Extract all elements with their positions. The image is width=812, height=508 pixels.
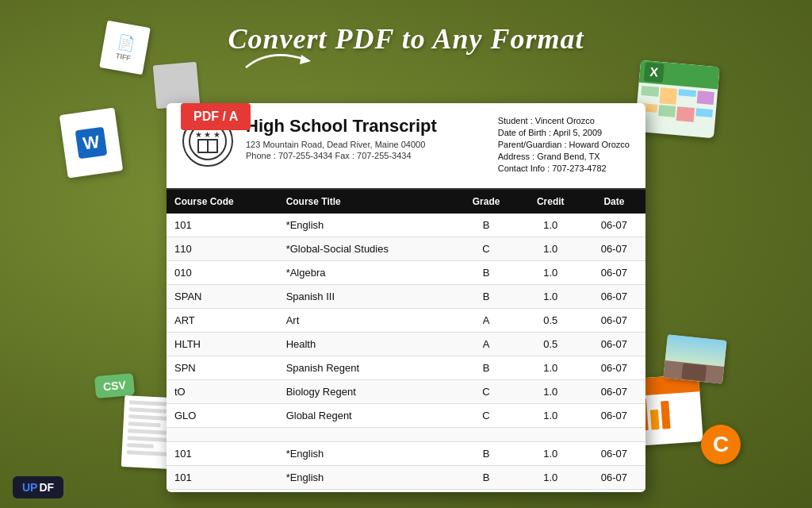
updf-up: UP bbox=[22, 481, 37, 494]
table-body: 101 *English B 1.0 06-07 110 *Global-Soc… bbox=[167, 214, 645, 490]
cell-credit: 1.0 bbox=[519, 214, 583, 237]
word-doc-icon: W bbox=[59, 108, 123, 179]
gray-square-icon bbox=[153, 62, 201, 110]
cell-date: 06-07 bbox=[583, 214, 645, 237]
cell-grade: A bbox=[454, 333, 518, 356]
cell-grade: B bbox=[454, 466, 518, 490]
cell-title: Spanish III bbox=[278, 285, 454, 309]
student-contact: Contact Info : 707-273-4782 bbox=[498, 164, 630, 173]
cell-date: 06-07 bbox=[583, 285, 645, 309]
excel-grid bbox=[635, 83, 718, 128]
cell-date: 06-07 bbox=[583, 442, 645, 466]
cell-credit: 1.0 bbox=[519, 237, 583, 261]
cell-title: Art bbox=[278, 309, 454, 333]
school-name: High School Transcript bbox=[246, 116, 485, 137]
table-row: 110 *Global-Social Studies C 1.0 06-07 bbox=[167, 237, 645, 261]
tiff-doc-icon: 📄 TIFF bbox=[99, 21, 151, 75]
table-row bbox=[167, 428, 645, 442]
cell-credit: 1.0 bbox=[519, 285, 583, 309]
cell-credit: 1.0 bbox=[519, 380, 583, 404]
cell-credit: 1.0 bbox=[519, 261, 583, 285]
updf-logo: UPDF bbox=[13, 476, 63, 498]
cell-code: 010 bbox=[167, 261, 278, 285]
cell-date: 06-07 bbox=[583, 309, 645, 333]
cell-code: 101 bbox=[167, 214, 278, 237]
table-row: SPN Spanish Regent B 1.0 06-07 bbox=[167, 356, 645, 380]
cell-date: 06-07 bbox=[583, 261, 645, 285]
table-row: 101 *English B 1.0 06-07 bbox=[167, 214, 645, 237]
cell-grade: B bbox=[454, 285, 518, 309]
cell-code: SPAN bbox=[167, 285, 278, 309]
col-credit: Credit bbox=[519, 190, 583, 214]
table-row: GLO Global Regent C 1.0 06-07 bbox=[167, 404, 645, 428]
excel-doc-icon: X bbox=[634, 60, 719, 138]
cell-code: HLTH bbox=[167, 333, 278, 356]
cell-title: *English bbox=[278, 442, 454, 466]
cell-grade: C bbox=[454, 237, 518, 261]
cell-credit: 1.0 bbox=[519, 466, 583, 490]
student-parent: Parent/Guardian : Howard Orozco bbox=[498, 140, 630, 149]
pdf-a-badge: PDF / A bbox=[181, 103, 251, 130]
table-row: 101 *English B 1.0 06-07 bbox=[167, 466, 645, 490]
table-header: Course Code Course Title Grade Credit Da… bbox=[167, 190, 645, 214]
cell-code: 101 bbox=[167, 466, 278, 490]
cell-grade: B bbox=[454, 442, 518, 466]
word-badge: W bbox=[75, 127, 108, 160]
cell-grade: B bbox=[454, 261, 518, 285]
cell-credit: 1.0 bbox=[519, 356, 583, 380]
svg-rect-6 bbox=[209, 140, 216, 152]
svg-marker-0 bbox=[300, 55, 311, 64]
cell-code: 101 bbox=[167, 442, 278, 466]
cell-title: *English bbox=[278, 466, 454, 490]
student-info: Student : Vincent Orozco Date of Birth :… bbox=[498, 116, 630, 175]
table-row: 010 *Algebra B 1.0 06-07 bbox=[167, 261, 645, 285]
student-dob: Date of Birth : April 5, 2009 bbox=[498, 128, 630, 137]
cell-date: 06-07 bbox=[583, 466, 645, 490]
cell-title: Global Regent bbox=[278, 404, 454, 428]
col-title: Course Title bbox=[278, 190, 454, 214]
cell-title: Spanish Regent bbox=[278, 356, 454, 380]
cell-code: tO bbox=[167, 380, 278, 404]
cell-date: 06-07 bbox=[583, 380, 645, 404]
updf-df: DF bbox=[39, 481, 54, 494]
cell-date: 06-07 bbox=[583, 237, 645, 261]
cell-code: SPN bbox=[167, 356, 278, 380]
cell-grade: B bbox=[454, 356, 518, 380]
photo-icon bbox=[663, 334, 726, 384]
cell-title: *English bbox=[278, 214, 454, 237]
school-phone: Phone : 707-255-3434 Fax : 707-255-3434 bbox=[246, 151, 485, 160]
school-address: 123 Mountain Road, Dead River, Maine 040… bbox=[246, 140, 485, 149]
cell-grade: A bbox=[454, 309, 518, 333]
cell-grade: C bbox=[454, 404, 518, 428]
cell-title: Biology Regent bbox=[278, 380, 454, 404]
table-row: HLTH Health A 0.5 06-07 bbox=[167, 333, 645, 356]
table-row: 101 *English B 1.0 06-07 bbox=[167, 442, 645, 466]
cell-date: 06-07 bbox=[583, 356, 645, 380]
cell-grade: C bbox=[454, 380, 518, 404]
school-info: High School Transcript 123 Mountain Road… bbox=[246, 116, 485, 160]
cell-code: ART bbox=[167, 309, 278, 333]
student-address: Address : Grand Bend, TX bbox=[498, 152, 630, 161]
col-date: Date bbox=[583, 190, 645, 214]
cell-title: Health bbox=[278, 333, 454, 356]
excel-badge: X bbox=[644, 62, 665, 83]
table-row: tO Biology Regent C 1.0 06-07 bbox=[167, 380, 645, 404]
cell-credit: 0.5 bbox=[519, 333, 583, 356]
cell-code: GLO bbox=[167, 404, 278, 428]
arrow-icon bbox=[238, 44, 317, 75]
table-row: SPAN Spanish III B 1.0 06-07 bbox=[167, 285, 645, 309]
transcript-table: Course Code Course Title Grade Credit Da… bbox=[167, 190, 645, 490]
c-badge-icon: C bbox=[701, 425, 741, 464]
cell-grade: B bbox=[454, 214, 518, 237]
svg-text:★ ★ ★: ★ ★ ★ bbox=[195, 130, 221, 139]
transcript-card: ★ ★ ★ High School Transcript 123 Mountai… bbox=[167, 103, 645, 492]
student-name: Student : Vincent Orozco bbox=[498, 116, 630, 125]
cell-title: *Global-Social Studies bbox=[278, 237, 454, 261]
cell-title: *Algebra bbox=[278, 261, 454, 285]
table-row: ART Art A 0.5 06-07 bbox=[167, 309, 645, 333]
col-code: Course Code bbox=[167, 190, 278, 214]
cell-date: 06-07 bbox=[583, 404, 645, 428]
cell-credit: 1.0 bbox=[519, 404, 583, 428]
cell-code: 110 bbox=[167, 237, 278, 261]
col-grade: Grade bbox=[454, 190, 518, 214]
